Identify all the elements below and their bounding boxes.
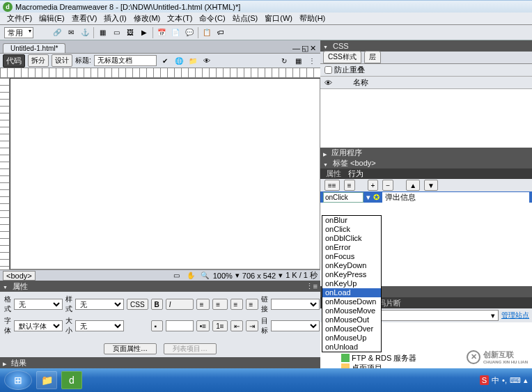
event-option[interactable]: onClick [322, 225, 381, 234]
ime-punct-icon[interactable]: •, [502, 376, 507, 384]
tag-selector[interactable]: <body> [3, 271, 36, 281]
image-icon[interactable]: 🖼 [125, 27, 136, 38]
ime-lang-icon[interactable]: 中 [492, 375, 499, 386]
email-link-icon[interactable]: ✉ [65, 27, 77, 38]
taskbar-explorer-icon[interactable]: 📁 [36, 371, 57, 389]
event-option[interactable]: onMouseUp [322, 334, 381, 343]
list-item-button[interactable]: 列表项目… [164, 343, 217, 354]
italic-button[interactable]: I [166, 299, 194, 310]
event-option[interactable]: onKeyDown [322, 261, 381, 270]
close-icon[interactable]: ✕ [310, 44, 316, 53]
table-icon[interactable]: ▦ [97, 27, 108, 38]
design-canvas[interactable] [10, 78, 320, 269]
properties-panel-header[interactable]: 属性⋮≡ [0, 281, 320, 292]
eye-icon[interactable]: 👁 [324, 79, 332, 87]
unordered-list-icon[interactable]: •≡ [196, 320, 210, 331]
insert-category-select[interactable]: 常用 [4, 27, 33, 38]
menu-window[interactable]: 窗口(W) [262, 13, 295, 24]
size-select[interactable]: 无 [75, 320, 124, 331]
css-rules-list[interactable] [320, 89, 532, 148]
browser-check-icon[interactable]: 🌐 [173, 55, 185, 66]
font-select[interactable]: 默认字体 [14, 320, 63, 331]
menu-bar[interactable]: 文件(F) 编辑(E) 查看(V) 插入(I) 修改(M) 文本(T) 命令(C… [0, 13, 532, 25]
visual-aids-icon[interactable]: ⋮ [306, 55, 318, 66]
view-options-icon[interactable]: ▦ [292, 55, 304, 66]
start-button[interactable]: ⊞ [4, 370, 32, 390]
page-properties-button[interactable]: 页面属性… [104, 343, 157, 354]
event-option[interactable]: onLoad [322, 288, 381, 297]
templates-icon[interactable]: 📋 [201, 27, 212, 38]
file-mgmt-icon[interactable]: 📁 [187, 55, 198, 66]
minimize-icon[interactable]: — [292, 44, 300, 53]
prevent-overlap-checkbox[interactable] [324, 66, 332, 74]
design-view-button[interactable]: 设计 [52, 54, 72, 67]
media-icon[interactable]: ▶ [139, 27, 150, 38]
link-select[interactable] [271, 299, 320, 310]
menu-edit[interactable]: 编辑(E) [36, 13, 68, 24]
restore-icon[interactable]: ◱ [302, 44, 308, 53]
move-up-icon[interactable]: ▲ [406, 180, 420, 191]
zoom-level[interactable]: 100% [213, 272, 233, 280]
preview-icon[interactable]: 👁 [201, 55, 212, 66]
event-option[interactable]: onBlur [322, 216, 381, 225]
manage-sites-link[interactable]: 管理站点 [501, 311, 529, 320]
layers-tab-icon[interactable]: 层 [364, 51, 381, 63]
event-option[interactable]: onFocus [322, 252, 381, 261]
event-option[interactable]: onMouseDown [322, 297, 381, 306]
bold-button[interactable]: B [151, 299, 163, 310]
event-option[interactable]: onMouseOut [322, 315, 381, 324]
tag-panel-header[interactable]: 标签 <body> [320, 158, 532, 168]
tag-chooser-icon[interactable]: 🏷 [215, 27, 226, 38]
event-option[interactable]: onError [322, 243, 381, 252]
tray-expand-icon[interactable]: ▴ [524, 376, 528, 385]
code-view-button[interactable]: 代码 [3, 54, 25, 68]
remove-behavior-button[interactable]: − [382, 180, 393, 191]
named-anchor-icon[interactable]: ⚓ [79, 27, 91, 38]
menu-commands[interactable]: 命令(C) [196, 13, 228, 24]
menu-site[interactable]: 站点(S) [230, 13, 261, 24]
event-dropdown[interactable]: onBluronClickonDblClickonErroronFocusonK… [322, 215, 382, 352]
css-styles-tab[interactable]: CSS样式 [323, 51, 361, 63]
outdent-icon[interactable]: ⇤ [230, 320, 243, 331]
target-select[interactable] [271, 320, 320, 331]
window-size[interactable]: 706 x 542 [242, 272, 276, 280]
document-title-input[interactable] [94, 55, 157, 66]
windows-taskbar[interactable]: ⊞ 📁 d S 中 •, ⌨ ▴ [0, 368, 532, 392]
indent-icon[interactable]: ⇥ [246, 320, 258, 331]
menu-view[interactable]: 查看(V) [69, 13, 100, 24]
split-view-button[interactable]: 拆分 [28, 54, 49, 67]
comment-icon[interactable]: 💬 [184, 27, 195, 38]
event-option[interactable]: onDblClick [322, 234, 381, 243]
select-tool-icon[interactable]: ▭ [171, 270, 182, 281]
align-left-icon[interactable]: ≡ [196, 299, 210, 310]
show-all-events-icon[interactable]: ≡ [344, 180, 355, 191]
dropdown-arrow-icon[interactable]: ▾ [366, 193, 370, 202]
ordered-list-icon[interactable]: 1≡ [212, 320, 227, 331]
panel-menu-icon[interactable]: ⋮≡ [306, 282, 318, 291]
results-panel-header[interactable]: 结果 [0, 357, 320, 368]
text-color-icon[interactable]: ▪ [151, 320, 163, 331]
document-tab[interactable]: Untitled-1.html* [3, 43, 65, 53]
align-justify-icon[interactable]: ≡ [246, 299, 258, 310]
date-icon[interactable]: 📅 [156, 27, 167, 38]
hand-tool-icon[interactable]: ✋ [185, 270, 196, 281]
refresh-icon[interactable]: ↻ [279, 55, 290, 66]
ime-keyboard-icon[interactable]: ⌨ [510, 376, 521, 385]
event-option[interactable]: onMouseOver [322, 324, 381, 334]
align-center-icon[interactable]: ≡ [212, 299, 227, 310]
style-select[interactable]: 无 [75, 299, 124, 310]
event-option[interactable]: onMouseMove [322, 306, 381, 315]
menu-text[interactable]: 文本(T) [164, 13, 195, 24]
ime-icon[interactable]: S [480, 375, 489, 385]
validate-icon[interactable]: ✔ [159, 55, 171, 66]
event-option[interactable]: onKeyUp [322, 279, 381, 288]
div-icon[interactable]: ▭ [111, 27, 122, 38]
attributes-subtab[interactable]: 属性 [326, 168, 341, 179]
color-input[interactable] [166, 320, 194, 331]
event-option[interactable]: onKeyPress [322, 270, 381, 279]
css-panel-header[interactable]: CSS [320, 40, 532, 52]
taskbar-dreamweaver-icon[interactable]: d [61, 371, 82, 389]
zoom-tool-icon[interactable]: 🔍 [199, 270, 210, 281]
menu-help[interactable]: 帮助(H) [297, 13, 328, 24]
hyperlink-icon[interactable]: 🔗 [52, 27, 63, 38]
